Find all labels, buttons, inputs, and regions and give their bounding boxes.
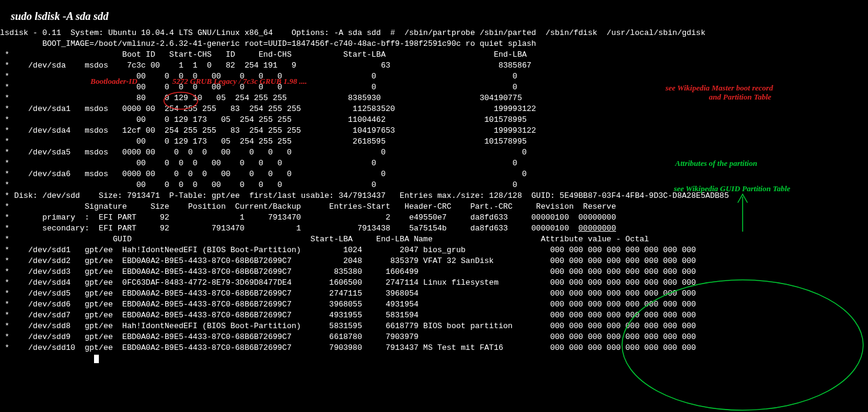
command-line: sudo lsdisk -A sda sdd [0,0,868,28]
gpt-row: * /dev/sdd6 gpt/ee EBD0A0A2-B9E5-4433-87… [0,299,868,310]
gpt-row: * /dev/sdd3 gpt/ee EBD0A0A2-B9E5-4433-87… [0,267,868,277]
prompt-cursor-line[interactable] [0,353,868,364]
mbr-row: * /dev/sda1 msdos 0000 00 254 255 255 83… [0,104,868,115]
gpt-row: * /dev/sdd7 gpt/ee EBD0A0A2-B9E5-4433-87… [0,310,868,321]
annotation-mbr-link2: and Partition Table [709,92,772,103]
terminal: sudo lsdisk -A sda sdd lsdisk - 0.11 Sys… [0,0,868,364]
mbr-row: * /dev/sda msdos 7c3c 00 1 1 0 82 254 19… [0,60,868,71]
gpt-header-columns: * Signature Size Position Current/Backup… [0,201,868,212]
annotation-gpt-link: see Wikipedia GUID Partition Table [674,183,790,194]
mbr-row: * 00 0 129 173 05 254 255 255 11004462 1… [0,115,868,125]
mbr-row: * /dev/sda5 msdos 0000 00 0 0 0 00 0 0 0… [0,147,868,158]
gpt-row: * /dev/sdd9 gpt/ee EBD0A0A2-B9E5-4433-87… [0,332,868,343]
mbr-column-header: * Boot ID Start-CHS ID End-CHS Start-LBA… [0,49,868,60]
gpt-row: * /dev/sdd10 gpt/ee EBD0A0A2-B9E5-4433-8… [0,343,868,353]
annotation-bootloader-label: Bootloader-ID [90,76,137,87]
gpt-row: * /dev/sdd4 gpt/ee 0FC63DAF-8483-4772-8E… [0,277,868,288]
gpt-header-row: * secondary: EFI PART 92 7913470 1 79134… [0,223,868,234]
gpt-header-row: * primary : EFI PART 92 1 7913470 2 e495… [0,212,868,223]
gpt-row: * /dev/sdd8 gpt/ee Hah!IdontNeedEFI (BIO… [0,321,868,332]
gpt-row: * /dev/sdd2 gpt/ee EBD0A0A2-B9E5-4433-87… [0,256,868,267]
annotation-bootloader-desc: 5272 GRUB Legacy / 7c3c GRUB 1.98 .... [172,76,307,87]
annotation-attributes: Attributes of the partition [675,158,757,169]
cursor [94,355,99,363]
mbr-row: * /dev/sda6 msdos 0000 00 0 0 0 00 0 0 0… [0,169,868,180]
boot-image-line: BOOT_IMAGE=/boot/vmlinuz-2.6.32-41-gener… [0,39,868,49]
gpt-row: * /dev/sdd1 gpt/ee Hah!IdontNeedEFI (BIO… [0,245,868,256]
mbr-row: * /dev/sda4 msdos 12cf 00 254 255 255 83… [0,125,868,136]
gpt-row: * /dev/sdd5 gpt/ee EBD0A0A2-B9E5-4433-87… [0,288,868,299]
system-header: lsdisk - 0.11 System: Ubuntu 10.04.4 LTS… [0,28,868,39]
gpt-partition-header: * GUID Start-LBA End-LBA Name Attribute … [0,234,868,245]
mbr-row: * 00 0 129 173 05 254 255 255 2618595 10… [0,136,868,147]
